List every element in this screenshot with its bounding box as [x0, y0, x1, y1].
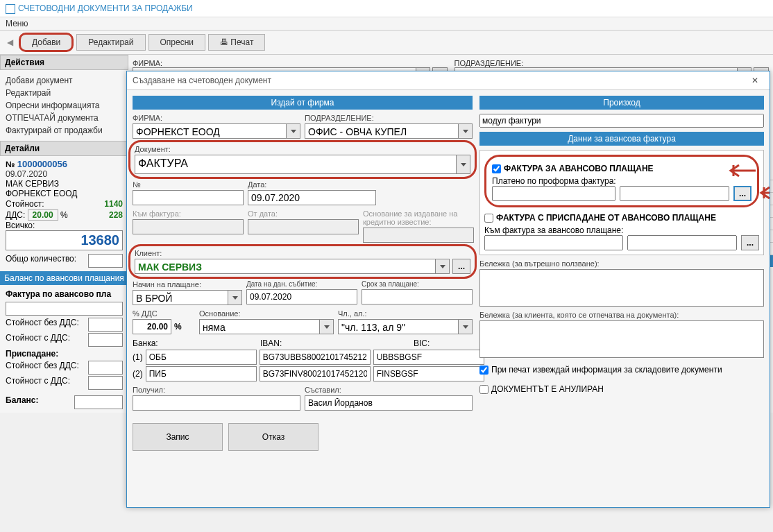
link-print[interactable]: ОТПЕЧАТАЙ документа: [6, 112, 123, 124]
client-select[interactable]: МАК СЕРВИЗ: [135, 259, 436, 274]
number-label: №: [133, 180, 244, 189]
issue-from-header: Издай от фирма: [133, 96, 473, 110]
chevron-down-icon[interactable]: [459, 123, 473, 139]
chevron-down-icon[interactable]: [457, 155, 470, 174]
dlg-division-label: ПОДРАЗДЕЛЕНИЕ:: [305, 114, 473, 122]
action-links: Добави документ Редактирай Опресни инфор…: [0, 70, 128, 141]
window-title: СЧЕТОВОДНИ ДОКУМЕНТИ ЗА ПРОДАЖБИ: [0, 0, 773, 17]
link-add-doc[interactable]: Добави документ: [6, 74, 123, 87]
bic-label: BIC:: [414, 338, 473, 348]
adv-invoice-field[interactable]: [6, 302, 123, 316]
dds-label: ДДС:: [6, 210, 25, 220]
pct-dds-input[interactable]: [133, 319, 171, 334]
link-invoice-sales[interactable]: Фактурирай от продажби: [6, 124, 123, 137]
iban-label: IBAN:: [260, 338, 409, 348]
chk-advance-invoice[interactable]: [492, 164, 501, 173]
bank-1-bic[interactable]: [373, 350, 484, 365]
dds-pct: 20.00: [28, 209, 58, 221]
due-label: Срок за плащане:: [362, 280, 473, 288]
bank-1-iban[interactable]: [260, 350, 371, 365]
chk-print-warehouse[interactable]: [479, 366, 489, 375]
printer-icon: 🖶: [220, 37, 230, 47]
compiled-label: Съставил:: [305, 386, 473, 394]
note-client-label: Бележка (за клиента, която се отпечатва …: [479, 311, 764, 319]
due-input[interactable]: [362, 289, 473, 304]
credit-reason-input: [363, 228, 474, 243]
chevron-down-icon[interactable]: [436, 259, 450, 274]
bank-1-name[interactable]: [146, 350, 257, 365]
print-button[interactable]: 🖶 Печат: [208, 34, 265, 51]
tax-date-label: Дата на дан. събитие:: [246, 280, 357, 288]
number-input[interactable]: [133, 190, 244, 205]
date-input[interactable]: [248, 190, 376, 205]
val-wo-dds-1-field: [88, 318, 123, 332]
doc-type-select[interactable]: ФАКТУРА: [135, 155, 457, 174]
add-button[interactable]: Добави: [19, 33, 74, 52]
qty-value: [88, 254, 123, 268]
from-date-input: [248, 219, 359, 234]
total-amount: 13680: [6, 230, 123, 250]
chk-deduct-label: ФАКТУРА С ПРИСПАДАНЕ ОТ АВАНСОВО ПЛАЩАНЕ: [496, 213, 716, 223]
val-wo-dds-1: Стойност без ДДС:: [6, 318, 79, 332]
link-edit[interactable]: Редактирай: [6, 87, 123, 99]
bank-2-name[interactable]: [146, 366, 257, 381]
firma-label: ФИРМА:: [133, 59, 448, 67]
tax-date-input[interactable]: [246, 289, 357, 304]
to-adv-field-2[interactable]: [627, 235, 737, 250]
bank-row-1-num: (1): [133, 350, 143, 365]
bank-row-2-num: (2): [133, 366, 143, 381]
note-internal-textarea[interactable]: [479, 269, 764, 307]
client-browse-button[interactable]: ...: [452, 259, 470, 274]
doc-number: 1000000056: [17, 159, 67, 169]
compiled-input[interactable]: [305, 395, 473, 411]
chevron-down-icon[interactable]: [320, 319, 334, 334]
value-label: Стойност:: [6, 199, 44, 209]
close-icon[interactable]: ✕: [746, 74, 764, 87]
menu-bar[interactable]: Меню: [0, 17, 773, 30]
chk-deduct-invoice[interactable]: [484, 214, 493, 223]
bank-2-bic[interactable]: [373, 366, 484, 381]
origin-header: Произход: [479, 96, 764, 110]
refresh-button[interactable]: Опресни: [148, 34, 206, 51]
balance-field: [74, 395, 123, 409]
chevron-down-icon[interactable]: [459, 319, 473, 334]
pay-method-select[interactable]: В БРОЙ: [133, 290, 228, 305]
app-icon: [6, 4, 15, 14]
dlg-division-select[interactable]: ОФИС - ОВЧА КУПЕЛ: [305, 123, 459, 139]
chevron-down-icon[interactable]: [287, 123, 300, 139]
received-input[interactable]: [133, 395, 300, 411]
date-label: Дата:: [248, 180, 376, 189]
article-select[interactable]: "чл. 113, ал 9": [338, 319, 459, 334]
note-client-textarea[interactable]: [479, 320, 764, 358]
pct-symbol: %: [174, 322, 182, 332]
article-label: Чл., ал.:: [338, 309, 473, 318]
to-adv-browse-button[interactable]: ...: [741, 235, 759, 250]
basis-select[interactable]: няма: [199, 319, 320, 334]
client-name: МАК СЕРВИЗ: [6, 179, 123, 189]
create-document-dialog: Създаване на счетоводен документ ✕ Издай…: [126, 71, 770, 508]
to-adv-field-1[interactable]: [484, 235, 623, 250]
chk-void[interactable]: [479, 385, 489, 394]
dds-amount: 228: [109, 210, 123, 220]
chk-print-label: При печат извеждай информация за складов…: [491, 365, 722, 375]
paid-proforma-label: Платено по проформа фактура:: [492, 176, 751, 186]
credit-reason-label: Основание за издаване на кредитно извест…: [363, 209, 474, 226]
chevron-down-icon[interactable]: [228, 290, 242, 305]
client-label: Клиент:: [135, 249, 470, 257]
val-w-dds-1-field: [88, 333, 123, 347]
save-button[interactable]: Запис: [133, 423, 223, 451]
bank-2-iban[interactable]: [260, 366, 371, 381]
link-refresh[interactable]: Опресни информацията: [6, 99, 123, 112]
basis-label: Основание:: [199, 309, 334, 318]
proforma-field-2[interactable]: [620, 186, 729, 201]
dlg-firma-select[interactable]: ФОРНЕКСТ ЕООД: [133, 123, 287, 139]
cancel-button[interactable]: Отказ: [228, 423, 318, 451]
proforma-browse-button[interactable]: ...: [733, 186, 751, 201]
arrow-left-icon: [756, 186, 770, 200]
edit-button[interactable]: Редактирай: [76, 34, 145, 51]
pct-dds-label: % ДДС: [133, 309, 195, 318]
to-invoice-input: [133, 219, 244, 234]
proforma-field-1[interactable]: [492, 186, 615, 201]
toolbar-prev[interactable]: ◀: [4, 37, 16, 47]
value-amount: 1140: [104, 199, 123, 209]
